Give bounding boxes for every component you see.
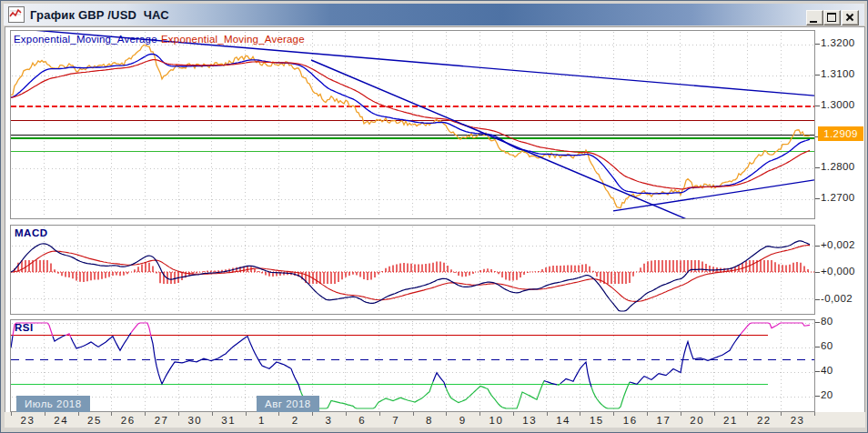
price-tick-mark: [815, 198, 820, 199]
day-label: 10: [479, 415, 512, 426]
rsi-tick-label: 60: [821, 340, 833, 351]
day-tick-mark: [647, 412, 648, 416]
macd-tick-mark: [815, 246, 820, 247]
day-label: 25: [78, 415, 111, 426]
rsi-line-segment: [433, 373, 446, 388]
day-tick-mark: [111, 412, 112, 416]
day-label: 23: [782, 415, 814, 426]
day-tick-mark: [513, 412, 514, 416]
rsi-panel[interactable]: [10, 319, 815, 412]
day-label: 24: [45, 415, 77, 426]
rsi-line-segment: [591, 382, 630, 408]
price-tick-label: 1.2700: [821, 192, 855, 203]
ema-label-slow: Exponential_Moving_Average: [161, 34, 305, 45]
rsi-line-segment: [300, 382, 433, 409]
day-label: 16: [614, 415, 647, 426]
ema-label-fast: Exponential_Moving_Average: [14, 34, 157, 45]
price-tick-label: 1.3000: [821, 99, 855, 110]
day-label: 30: [178, 415, 211, 426]
day-tick-mark: [547, 412, 548, 416]
day-label: 9: [447, 415, 479, 426]
day-tick-mark: [814, 412, 815, 416]
macd-tick-mark: [815, 299, 820, 300]
day-tick-mark: [312, 412, 313, 416]
price-chart-panel[interactable]: [10, 30, 815, 219]
maximize-icon: [827, 13, 836, 22]
day-label: 23: [11, 415, 44, 426]
day-tick-mark: [178, 412, 179, 416]
rsi-line-segment: [630, 334, 741, 384]
day-tick-mark: [781, 412, 782, 416]
day-tick-mark: [78, 412, 79, 416]
macd-tick-label: -0,002: [821, 293, 853, 304]
price-series: [11, 45, 810, 208]
close-button[interactable]: [842, 10, 859, 25]
day-label: 17: [647, 415, 680, 426]
day-label: 26: [112, 415, 145, 426]
vertical-gridlines: [45, 227, 781, 313]
chart-window: График GBP /USD ЧАС Exponential_Moving_A…: [0, 0, 868, 433]
price-tick-mark: [815, 44, 820, 45]
day-tick-mark: [145, 412, 146, 416]
day-label: 13: [513, 415, 546, 426]
day-tick-mark: [413, 412, 414, 416]
day-tick-mark: [747, 412, 748, 416]
price-tick-label: 1.3200: [821, 37, 855, 48]
day-label: 20: [681, 415, 713, 426]
macd-line: [11, 241, 810, 311]
day-tick-mark: [11, 412, 12, 416]
rsi-line-segment: [131, 323, 151, 337]
day-tick-mark: [278, 412, 279, 416]
macd-label: MACD: [15, 227, 48, 238]
rsi-tick-label: 20: [821, 389, 833, 400]
day-tick-mark: [613, 412, 614, 416]
rsi-line-segment: [741, 323, 810, 334]
rsi-tick-mark: [815, 396, 820, 397]
day-label: 21: [714, 415, 747, 426]
day-label: 15: [580, 415, 613, 426]
current-price-badge: 1.2909: [818, 126, 863, 141]
macd-signal-line: [11, 246, 810, 302]
macd-tick-label: +0,002: [821, 239, 855, 250]
rsi-tick-mark: [815, 322, 820, 323]
macd-tick-mark: [815, 272, 820, 273]
rsi-line-segment: [11, 336, 13, 348]
price-tick-mark: [815, 106, 820, 106]
title-bar[interactable]: График GBP /USD ЧАС: [4, 4, 864, 25]
macd-panel[interactable]: [10, 225, 815, 315]
day-label: 3: [313, 415, 346, 426]
day-tick-mark: [681, 412, 681, 416]
day-label: 27: [146, 415, 178, 426]
price-tick-label: 1.3100: [821, 68, 855, 79]
maximize-button[interactable]: [823, 10, 841, 25]
day-label: 31: [212, 415, 245, 426]
day-label: 7: [379, 415, 412, 426]
day-label: 22: [748, 415, 781, 426]
day-label: 8: [413, 415, 446, 426]
rsi-tick-mark: [815, 347, 820, 347]
minimize-button[interactable]: [806, 10, 823, 25]
month-badge-august: Авг 2018: [257, 396, 319, 412]
chart-icon: [8, 6, 25, 23]
price-tick-mark: [815, 75, 820, 76]
minimize-icon: [810, 21, 817, 23]
day-label: 1: [246, 415, 278, 426]
macd-tick-label: +0,000: [821, 266, 855, 277]
rsi-line-segment: [560, 362, 591, 388]
rsi-tick-label: 40: [821, 365, 833, 376]
day-tick-mark: [379, 412, 380, 416]
rsi-tick-label: 80: [821, 316, 833, 327]
day-label: 14: [547, 415, 580, 426]
day-tick-mark: [212, 412, 213, 416]
day-tick-mark: [479, 412, 480, 416]
day-label: 6: [346, 415, 378, 426]
day-tick-mark: [45, 412, 45, 416]
price-tick-label: 1.2800: [821, 161, 855, 172]
day-tick-mark: [714, 412, 715, 416]
window-title: График GBP /USD ЧАС: [30, 8, 169, 22]
day-tick-mark: [580, 412, 580, 416]
month-badge-july: Июль 2018: [16, 396, 90, 412]
rsi-line-segment: [151, 337, 300, 390]
day-tick-mark: [346, 412, 347, 416]
day-tick-mark: [446, 412, 447, 416]
